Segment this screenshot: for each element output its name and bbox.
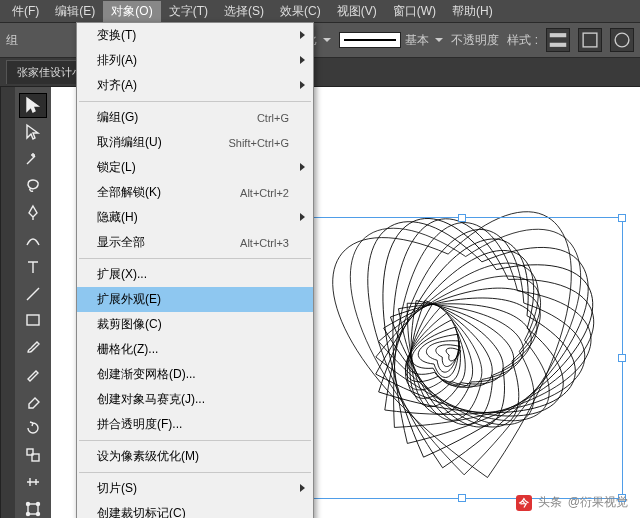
menu-edit[interactable]: 编辑(E) [47, 1, 103, 22]
width-tool[interactable] [19, 469, 47, 494]
menu-item[interactable]: 显示全部Alt+Ctrl+3 [77, 230, 313, 255]
svg-rect-0 [550, 33, 567, 37]
menu-item-label: 裁剪图像(C) [97, 316, 162, 333]
menu-effect[interactable]: 效果(C) [272, 1, 329, 22]
menu-item[interactable]: 切片(S) [77, 476, 313, 501]
svg-rect-4 [27, 315, 39, 325]
svg-point-9 [37, 502, 40, 505]
menu-separator [79, 101, 311, 102]
selection-handle[interactable] [458, 494, 466, 502]
menu-item[interactable]: 排列(A) [77, 48, 313, 73]
menu-separator [79, 258, 311, 259]
menu-item[interactable]: 隐藏(H) [77, 205, 313, 230]
chevron-down-icon [323, 38, 331, 42]
object-menu-dropdown: 变换(T)排列(A)对齐(A)编组(G)Ctrl+G取消编组(U)Shift+C… [76, 22, 314, 518]
submenu-arrow-icon [300, 81, 305, 89]
menu-item[interactable]: 创建裁切标记(C) [77, 501, 313, 518]
menu-item[interactable]: 变换(T) [77, 23, 313, 48]
transform-button[interactable] [578, 28, 602, 52]
menu-help[interactable]: 帮助(H) [444, 1, 501, 22]
menu-item-shortcut: Ctrl+G [257, 112, 289, 124]
submenu-arrow-icon [300, 484, 305, 492]
scale-tool[interactable] [19, 442, 47, 467]
isolate-button[interactable] [610, 28, 634, 52]
svg-point-3 [615, 33, 629, 47]
lasso-tool[interactable] [19, 174, 47, 199]
menu-item[interactable]: 裁剪图像(C) [77, 312, 313, 337]
selection-bounding-box [301, 217, 623, 499]
menu-item-label: 扩展(X)... [97, 266, 147, 283]
pen-tool[interactable] [19, 201, 47, 226]
left-panel-strip[interactable] [0, 87, 15, 518]
selection-handle[interactable] [618, 354, 626, 362]
stroke-sample-icon [339, 32, 401, 48]
svg-rect-1 [550, 43, 567, 47]
menu-item[interactable]: 栅格化(Z)... [77, 337, 313, 362]
pencil-tool[interactable] [19, 362, 47, 387]
submenu-arrow-icon [300, 31, 305, 39]
menu-type[interactable]: 文字(T) [161, 1, 216, 22]
menu-item-shortcut: Alt+Ctrl+3 [240, 237, 289, 249]
selection-handle[interactable] [618, 214, 626, 222]
curvature-tool[interactable] [19, 227, 47, 252]
svg-point-8 [27, 502, 30, 505]
svg-point-11 [37, 512, 40, 515]
magic-wand-tool[interactable] [19, 147, 47, 172]
watermark-logo-icon: 今 [516, 495, 532, 511]
watermark-author: @衍果视觉 [568, 494, 628, 511]
menu-item[interactable]: 锁定(L) [77, 155, 313, 180]
rotate-tool[interactable] [19, 416, 47, 441]
menu-item[interactable]: 扩展(X)... [77, 262, 313, 287]
menu-item[interactable]: 扩展外观(E) [77, 287, 313, 312]
paintbrush-tool[interactable] [19, 335, 47, 360]
stroke-style-dropdown[interactable]: 基本 [339, 32, 443, 49]
opacity-label: 不透明度 [451, 32, 499, 49]
watermark-prefix: 头条 [538, 494, 562, 511]
menu-item-shortcut: Shift+Ctrl+G [228, 137, 289, 149]
align-button[interactable] [546, 28, 570, 52]
menu-item[interactable]: 创建渐变网格(D)... [77, 362, 313, 387]
tool-panel [15, 87, 51, 518]
menu-item-label: 全部解锁(K) [97, 184, 161, 201]
menu-item-label: 显示全部 [97, 234, 145, 251]
menu-item-label: 隐藏(H) [97, 209, 138, 226]
chevron-down-icon [435, 38, 443, 42]
type-tool[interactable] [19, 254, 47, 279]
menu-item-label: 拼合透明度(F)... [97, 416, 182, 433]
menu-item-label: 编组(G) [97, 109, 138, 126]
menu-item-label: 锁定(L) [97, 159, 136, 176]
menu-item[interactable]: 拼合透明度(F)... [77, 412, 313, 437]
selection-handle[interactable] [458, 214, 466, 222]
selection-tool[interactable] [19, 93, 47, 118]
rectangle-tool[interactable] [19, 308, 47, 333]
menu-view[interactable]: 视图(V) [329, 1, 385, 22]
menu-item-label: 创建裁切标记(C) [97, 505, 186, 518]
menu-select[interactable]: 选择(S) [216, 1, 272, 22]
menu-item-shortcut: Alt+Ctrl+2 [240, 187, 289, 199]
menu-item-label: 设为像素级优化(M) [97, 448, 199, 465]
menu-item[interactable]: 全部解锁(K)Alt+Ctrl+2 [77, 180, 313, 205]
menu-item-label: 栅格化(Z)... [97, 341, 158, 358]
menu-file[interactable]: 件(F) [4, 1, 47, 22]
menu-window[interactable]: 窗口(W) [385, 1, 444, 22]
menu-item[interactable]: 创建对象马赛克(J)... [77, 387, 313, 412]
submenu-arrow-icon [300, 213, 305, 221]
svg-point-10 [27, 512, 30, 515]
menu-item[interactable]: 设为像素级优化(M) [77, 444, 313, 469]
menu-item[interactable]: 对齐(A) [77, 73, 313, 98]
eraser-tool[interactable] [19, 389, 47, 414]
menu-item-label: 变换(T) [97, 27, 136, 44]
menu-bar: 件(F) 编辑(E) 对象(O) 文字(T) 选择(S) 效果(C) 视图(V)… [0, 0, 640, 23]
free-transform-tool[interactable] [19, 496, 47, 518]
style-label: 样式 : [507, 32, 538, 49]
submenu-arrow-icon [300, 163, 305, 171]
svg-rect-2 [583, 33, 597, 47]
menu-item-label: 取消编组(U) [97, 134, 162, 151]
menu-item-label: 对齐(A) [97, 77, 137, 94]
menu-item[interactable]: 编组(G)Ctrl+G [77, 105, 313, 130]
menu-item-label: 创建对象马赛克(J)... [97, 391, 205, 408]
menu-item[interactable]: 取消编组(U)Shift+Ctrl+G [77, 130, 313, 155]
line-tool[interactable] [19, 281, 47, 306]
direct-selection-tool[interactable] [19, 120, 47, 145]
menu-object[interactable]: 对象(O) [103, 1, 160, 22]
